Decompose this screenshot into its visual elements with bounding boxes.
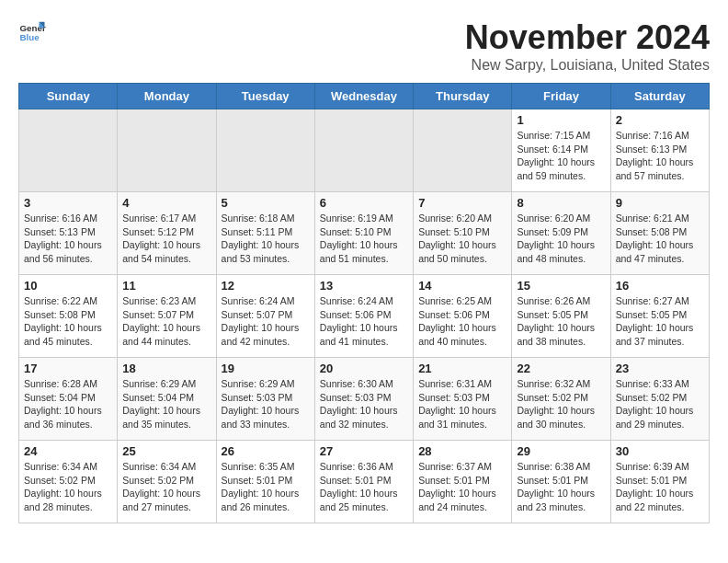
weekday-header-row: SundayMondayTuesdayWednesdayThursdayFrid…: [19, 84, 710, 109]
calendar-cell: 24Sunrise: 6:34 AM Sunset: 5:02 PM Dayli…: [19, 441, 118, 523]
day-info: Sunrise: 6:36 AM Sunset: 5:01 PM Dayligh…: [320, 460, 408, 514]
calendar-cell: 14Sunrise: 6:25 AM Sunset: 5:06 PM Dayli…: [414, 275, 512, 358]
svg-text:Blue: Blue: [20, 32, 40, 42]
day-info: Sunrise: 6:32 AM Sunset: 5:02 PM Dayligh…: [517, 377, 605, 431]
day-number: 25: [122, 444, 210, 458]
day-number: 9: [616, 196, 704, 210]
day-number: 19: [222, 362, 310, 375]
calendar-cell: 25Sunrise: 6:34 AM Sunset: 5:02 PM Dayli…: [118, 441, 216, 523]
day-number: 29: [517, 444, 605, 458]
day-number: 27: [320, 444, 408, 458]
day-info: Sunrise: 6:18 AM Sunset: 5:11 PM Dayligh…: [222, 212, 310, 266]
day-info: Sunrise: 6:28 AM Sunset: 5:04 PM Dayligh…: [24, 377, 112, 431]
title-area: November 2024 New Sarpy, Louisiana, Unit…: [465, 18, 710, 74]
day-info: Sunrise: 7:15 AM Sunset: 6:14 PM Dayligh…: [517, 129, 605, 183]
day-number: 2: [616, 113, 704, 127]
day-number: 5: [222, 196, 310, 210]
calendar-cell: 1Sunrise: 7:15 AM Sunset: 6:14 PM Daylig…: [512, 109, 610, 192]
calendar-cell: [118, 109, 216, 192]
day-info: Sunrise: 6:33 AM Sunset: 5:02 PM Dayligh…: [616, 377, 704, 431]
day-info: Sunrise: 6:21 AM Sunset: 5:08 PM Dayligh…: [616, 212, 704, 266]
location-title: New Sarpy, Louisiana, United States: [465, 57, 710, 74]
calendar-cell: 9Sunrise: 6:21 AM Sunset: 5:08 PM Daylig…: [610, 192, 709, 275]
calendar-cell: 28Sunrise: 6:37 AM Sunset: 5:01 PM Dayli…: [414, 441, 512, 523]
day-info: Sunrise: 6:31 AM Sunset: 5:03 PM Dayligh…: [418, 377, 506, 431]
week-row-5: 24Sunrise: 6:34 AM Sunset: 5:02 PM Dayli…: [19, 441, 710, 523]
day-info: Sunrise: 6:25 AM Sunset: 5:06 PM Dayligh…: [418, 294, 506, 349]
day-number: 11: [122, 279, 210, 293]
calendar-cell: 7Sunrise: 6:20 AM Sunset: 5:10 PM Daylig…: [414, 192, 512, 275]
day-info: Sunrise: 6:27 AM Sunset: 5:05 PM Dayligh…: [616, 294, 704, 349]
calendar: SundayMondayTuesdayWednesdayThursdayFrid…: [18, 83, 710, 523]
calendar-cell: 23Sunrise: 6:33 AM Sunset: 5:02 PM Dayli…: [610, 358, 709, 441]
day-number: 1: [517, 113, 605, 127]
calendar-cell: 30Sunrise: 6:39 AM Sunset: 5:01 PM Dayli…: [610, 441, 709, 523]
weekday-header-wednesday: Wednesday: [314, 84, 413, 109]
day-number: 16: [616, 279, 704, 293]
day-number: 18: [122, 362, 210, 375]
day-info: Sunrise: 6:39 AM Sunset: 5:01 PM Dayligh…: [616, 460, 704, 514]
calendar-cell: 3Sunrise: 6:16 AM Sunset: 5:13 PM Daylig…: [19, 192, 118, 275]
day-number: 13: [320, 279, 408, 293]
day-info: Sunrise: 6:26 AM Sunset: 5:05 PM Dayligh…: [517, 294, 605, 349]
day-info: Sunrise: 6:29 AM Sunset: 5:03 PM Dayligh…: [222, 377, 310, 431]
day-number: 8: [517, 196, 605, 210]
calendar-cell: 10Sunrise: 6:22 AM Sunset: 5:08 PM Dayli…: [19, 275, 118, 358]
day-info: Sunrise: 6:34 AM Sunset: 5:02 PM Dayligh…: [122, 460, 210, 514]
day-number: 7: [418, 196, 506, 210]
calendar-cell: 6Sunrise: 6:19 AM Sunset: 5:10 PM Daylig…: [314, 192, 413, 275]
weekday-header-monday: Monday: [118, 84, 216, 109]
calendar-cell: 29Sunrise: 6:38 AM Sunset: 5:01 PM Dayli…: [512, 441, 610, 523]
weekday-header-tuesday: Tuesday: [216, 84, 314, 109]
day-info: Sunrise: 6:19 AM Sunset: 5:10 PM Dayligh…: [320, 212, 408, 266]
weekday-header-saturday: Saturday: [610, 84, 709, 109]
day-number: 20: [320, 362, 408, 375]
calendar-cell: 13Sunrise: 6:24 AM Sunset: 5:06 PM Dayli…: [314, 275, 413, 358]
weekday-header-thursday: Thursday: [414, 84, 512, 109]
day-number: 3: [24, 196, 112, 210]
day-number: 30: [616, 444, 704, 458]
day-info: Sunrise: 6:20 AM Sunset: 5:09 PM Dayligh…: [517, 212, 605, 266]
day-info: Sunrise: 7:16 AM Sunset: 6:13 PM Dayligh…: [616, 129, 704, 183]
day-info: Sunrise: 6:17 AM Sunset: 5:12 PM Dayligh…: [122, 212, 210, 266]
day-number: 21: [418, 362, 506, 375]
day-number: 28: [418, 444, 506, 458]
calendar-cell: [314, 109, 413, 192]
calendar-cell: 18Sunrise: 6:29 AM Sunset: 5:04 PM Dayli…: [118, 358, 216, 441]
calendar-cell: 27Sunrise: 6:36 AM Sunset: 5:01 PM Dayli…: [314, 441, 413, 523]
week-row-3: 10Sunrise: 6:22 AM Sunset: 5:08 PM Dayli…: [19, 275, 710, 358]
calendar-cell: [414, 109, 512, 192]
calendar-cell: 20Sunrise: 6:30 AM Sunset: 5:03 PM Dayli…: [314, 358, 413, 441]
calendar-cell: 26Sunrise: 6:35 AM Sunset: 5:01 PM Dayli…: [216, 441, 314, 523]
calendar-cell: 11Sunrise: 6:23 AM Sunset: 5:07 PM Dayli…: [118, 275, 216, 358]
day-info: Sunrise: 6:29 AM Sunset: 5:04 PM Dayligh…: [122, 377, 210, 431]
logo-icon: General Blue: [18, 18, 46, 46]
weekday-header-sunday: Sunday: [19, 84, 118, 109]
header: General Blue November 2024 New Sarpy, Lo…: [18, 18, 710, 74]
calendar-cell: 21Sunrise: 6:31 AM Sunset: 5:03 PM Dayli…: [414, 358, 512, 441]
calendar-cell: 16Sunrise: 6:27 AM Sunset: 5:05 PM Dayli…: [610, 275, 709, 358]
day-number: 22: [517, 362, 605, 375]
day-info: Sunrise: 6:22 AM Sunset: 5:08 PM Dayligh…: [24, 294, 112, 349]
day-info: Sunrise: 6:16 AM Sunset: 5:13 PM Dayligh…: [24, 212, 112, 266]
day-number: 10: [24, 279, 112, 293]
day-number: 4: [122, 196, 210, 210]
calendar-cell: 17Sunrise: 6:28 AM Sunset: 5:04 PM Dayli…: [19, 358, 118, 441]
day-info: Sunrise: 6:30 AM Sunset: 5:03 PM Dayligh…: [320, 377, 408, 431]
day-info: Sunrise: 6:24 AM Sunset: 5:07 PM Dayligh…: [222, 294, 310, 349]
day-number: 17: [24, 362, 112, 375]
week-row-1: 1Sunrise: 7:15 AM Sunset: 6:14 PM Daylig…: [19, 109, 710, 192]
logo: General Blue: [18, 18, 46, 46]
day-info: Sunrise: 6:23 AM Sunset: 5:07 PM Dayligh…: [122, 294, 210, 349]
calendar-cell: 15Sunrise: 6:26 AM Sunset: 5:05 PM Dayli…: [512, 275, 610, 358]
calendar-cell: [19, 109, 118, 192]
day-number: 14: [418, 279, 506, 293]
calendar-cell: 4Sunrise: 6:17 AM Sunset: 5:12 PM Daylig…: [118, 192, 216, 275]
day-number: 23: [616, 362, 704, 375]
calendar-cell: 2Sunrise: 7:16 AM Sunset: 6:13 PM Daylig…: [610, 109, 709, 192]
day-info: Sunrise: 6:37 AM Sunset: 5:01 PM Dayligh…: [418, 460, 506, 514]
day-number: 15: [517, 279, 605, 293]
day-number: 26: [222, 444, 310, 458]
calendar-cell: [216, 109, 314, 192]
day-info: Sunrise: 6:35 AM Sunset: 5:01 PM Dayligh…: [222, 460, 310, 514]
